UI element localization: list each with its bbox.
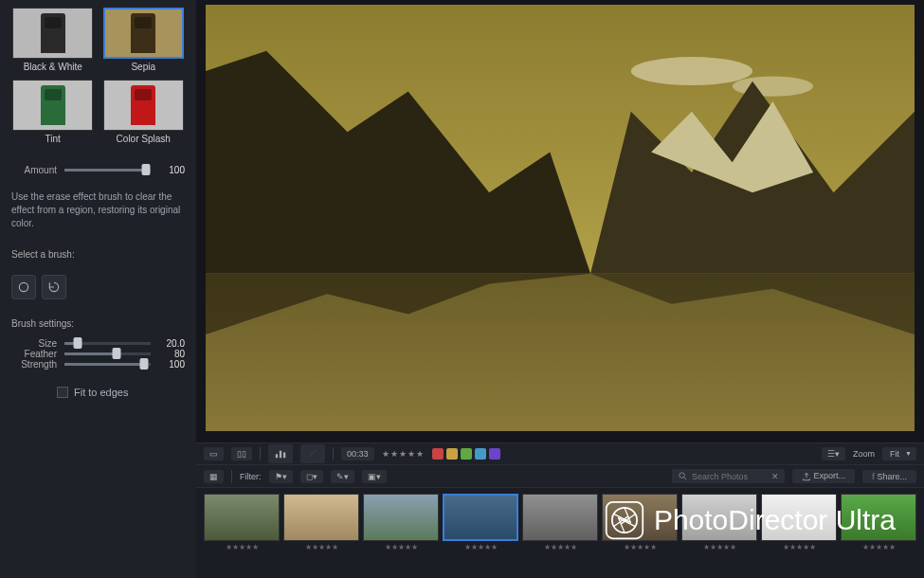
circle-brush-icon: [17, 280, 30, 294]
histogram-icon: [274, 446, 287, 460]
color-label-swatch[interactable]: [432, 448, 444, 460]
effect-preset-tint[interactable]: Tint: [11, 80, 95, 144]
amount-label: Amount: [11, 165, 57, 175]
thumb-rating-stars: ★★★★★: [305, 543, 338, 551]
thumb-rating-stars: ★★★★★: [544, 543, 577, 551]
size-slider[interactable]: [64, 342, 151, 345]
svg-rect-5: [276, 454, 278, 458]
effect-preset-black-white[interactable]: Black & White: [11, 8, 95, 72]
color-label-swatch[interactable]: [446, 448, 458, 460]
amount-slider-row: Amount 100: [11, 165, 185, 175]
brush-circle-button[interactable]: [11, 275, 36, 299]
thumbnail-item[interactable]: ★★★★★: [681, 494, 757, 551]
export-label: Export...: [813, 471, 845, 480]
zoom-value: Fit: [890, 449, 899, 459]
thumb-rating-stars: ★★★★★: [464, 543, 498, 551]
svg-point-8: [679, 473, 685, 479]
strength-slider-row: Strength 100: [11, 359, 185, 370]
select-brush-label: Select a brush:: [11, 249, 185, 260]
thumbnail-item[interactable]: ★★★★★: [443, 494, 518, 551]
effect-label: Tint: [45, 134, 61, 144]
feather-value: 80: [158, 349, 185, 359]
histogram-button[interactable]: [268, 444, 293, 463]
size-label: Size: [11, 338, 57, 349]
amount-value: 100: [158, 165, 185, 175]
export-icon: [802, 472, 811, 481]
thumbnail-item[interactable]: ★★★★★: [841, 494, 916, 551]
feather-label: Feather: [11, 349, 57, 359]
effect-preset-sepia[interactable]: Sepia: [102, 8, 186, 72]
color-label-swatch[interactable]: [475, 448, 486, 460]
sepia-lake-image: [206, 5, 915, 431]
amount-slider[interactable]: [64, 169, 151, 172]
brush-picker: [11, 275, 185, 299]
fit-edges-row: Fit to edges: [11, 387, 185, 398]
brush-restore-button[interactable]: [42, 275, 66, 299]
canvas-area: [196, 0, 924, 443]
size-slider-row: Size 20.0: [11, 338, 185, 349]
brush-settings-label: Brush settings:: [11, 318, 185, 329]
photo-canvas[interactable]: [206, 5, 915, 431]
facebook-icon: f: [872, 472, 875, 481]
filter-edit-button[interactable]: ✎▾: [331, 470, 354, 483]
erase-brush-help-text: Use the erase effect brush to clear the …: [11, 190, 185, 230]
effect-label: Black & White: [24, 62, 82, 72]
restore-brush-icon: [47, 280, 61, 294]
search-icon: [678, 471, 688, 481]
rating-badge: 00:33: [341, 447, 374, 461]
strength-label: Strength: [11, 359, 57, 370]
svg-point-2: [631, 57, 752, 85]
color-label-swatch[interactable]: [489, 448, 500, 460]
view-toolbar: ▭ ▯▯ 00:33 ★★★★★ ☰▾ Zoom Fit: [196, 443, 924, 465]
thumb-rating-stars: ★★★★★: [862, 543, 896, 551]
layout-toggle-button[interactable]: ☰▾: [822, 447, 845, 461]
svg-line-9: [684, 478, 686, 479]
effect-label: Sepia: [131, 62, 155, 72]
thumb-rating-stars: ★★★★★: [703, 543, 736, 551]
brush-tool-button[interactable]: [300, 444, 325, 463]
strength-slider[interactable]: [64, 363, 151, 366]
effects-sidebar: Black & White Sepia Tint Color Splash Am…: [0, 0, 196, 578]
thumbnail-item[interactable]: ★★★★★: [283, 494, 359, 551]
thumb-rating-stars: ★★★★★: [226, 543, 259, 551]
main-area: ▭ ▯▯ 00:33 ★★★★★ ☰▾ Zoom Fit ▦ Filter: ⚑…: [196, 0, 924, 578]
view-compare-button[interactable]: ▯▯: [231, 447, 252, 461]
filter-tag-button[interactable]: ◻▾: [300, 470, 323, 483]
fit-edges-checkbox[interactable]: [57, 387, 68, 398]
svg-rect-7: [283, 452, 285, 458]
filter-stack-button[interactable]: ▣▾: [362, 470, 387, 483]
rating-stars[interactable]: ★★★★★: [382, 449, 425, 459]
thumbnail-item[interactable]: ★★★★★: [204, 494, 280, 551]
zoom-dropdown[interactable]: Fit: [882, 447, 916, 461]
effect-grid: Black & White Sepia Tint Color Splash: [11, 8, 185, 144]
view-single-button[interactable]: ▭: [204, 447, 224, 461]
search-input[interactable]: [692, 472, 768, 481]
thumb-rating-stars: ★★★★★: [624, 543, 657, 551]
filter-flag-button[interactable]: ⚑▾: [269, 470, 293, 483]
thumbnail-item[interactable]: ★★★★★: [761, 494, 837, 551]
svg-point-0: [19, 282, 27, 291]
export-button[interactable]: Export...: [792, 469, 855, 483]
thumb-rating-stars: ★★★★★: [385, 543, 418, 551]
effect-preset-color-splash[interactable]: Color Splash: [102, 80, 186, 144]
thumbnail-strip: ★★★★★ ★★★★★ ★★★★★ ★★★★★ ★★★★★ ★★★★★ ★★★★…: [196, 488, 924, 578]
effect-label: Color Splash: [117, 134, 171, 144]
size-value: 20.0: [158, 338, 185, 349]
search-clear-button[interactable]: ✕: [771, 472, 779, 481]
thumbnail-item[interactable]: ★★★★★: [602, 494, 678, 551]
filmstrip-mode-button[interactable]: ▦: [204, 470, 224, 483]
filter-label: Filter:: [240, 472, 262, 481]
feather-slider[interactable]: [64, 352, 151, 355]
share-button[interactable]: f Share...: [862, 470, 916, 483]
svg-rect-6: [280, 451, 281, 459]
fit-edges-label: Fit to edges: [74, 387, 128, 398]
search-box: ✕: [672, 469, 785, 483]
filter-bar: ▦ Filter: ⚑▾ ◻▾ ✎▾ ▣▾ ✕ Export... f Shar…: [196, 465, 924, 488]
feather-slider-row: Feather 80: [11, 349, 185, 359]
color-label-swatch[interactable]: [461, 448, 472, 460]
brush-icon: [306, 446, 319, 460]
thumbnail-item[interactable]: ★★★★★: [363, 494, 439, 551]
strength-value: 100: [158, 359, 185, 370]
thumb-rating-stars: ★★★★★: [783, 543, 816, 551]
thumbnail-item[interactable]: ★★★★★: [522, 494, 598, 551]
